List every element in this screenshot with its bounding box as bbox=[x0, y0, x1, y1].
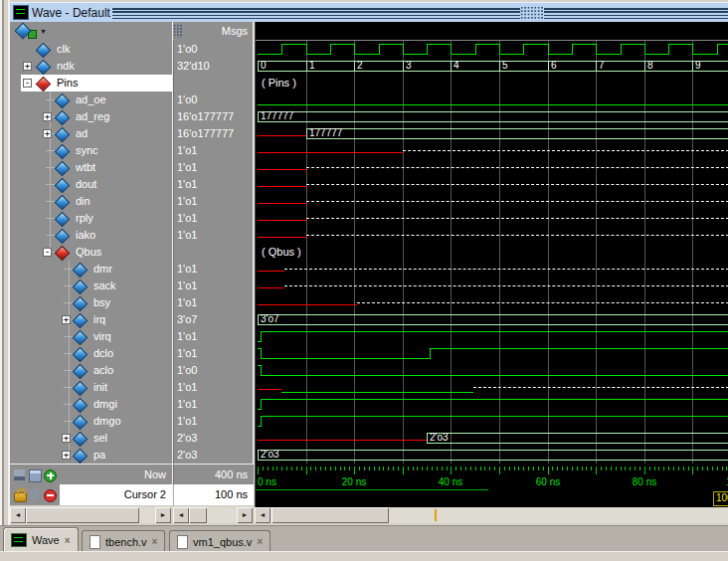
tree-expander-ad[interactable]: + bbox=[43, 129, 52, 138]
tree-expander-ad_reg[interactable]: + bbox=[43, 112, 52, 121]
wave-row-dmr[interactable] bbox=[256, 261, 728, 278]
chart-icon[interactable] bbox=[14, 469, 25, 480]
wave-row-virq[interactable] bbox=[256, 328, 728, 345]
wave-row-clk[interactable] bbox=[256, 41, 728, 58]
wave-row-dmgo[interactable] bbox=[256, 413, 728, 430]
tree-expander-Qbus[interactable]: - bbox=[43, 248, 52, 257]
wave-row-aclo[interactable] bbox=[256, 362, 728, 379]
tree-item-ad_oe[interactable]: ad_oe bbox=[10, 92, 172, 108]
tree-expander-pa[interactable]: + bbox=[62, 451, 71, 460]
add-icon[interactable] bbox=[44, 469, 57, 482]
tree-item-Pins[interactable]: -Pins bbox=[10, 75, 172, 92]
tree-item-init[interactable]: init bbox=[10, 379, 172, 396]
tree-item-sel[interactable]: +sel bbox=[10, 430, 172, 447]
scroll-right-button[interactable]: ► bbox=[237, 507, 253, 523]
wave-row-dmgi[interactable] bbox=[256, 396, 728, 413]
msgs-value-Qbus bbox=[177, 244, 253, 261]
close-icon[interactable]: × bbox=[65, 535, 71, 546]
tree-item-aclo[interactable]: aclo bbox=[10, 362, 172, 379]
msgs-value-dmgi: 1'o1 bbox=[177, 396, 253, 413]
tree-item-clk[interactable]: clk bbox=[10, 41, 172, 58]
wave-row-din[interactable] bbox=[256, 193, 728, 210]
cursor-label: Cursor 2 bbox=[124, 488, 166, 500]
wave-row-ndk[interactable]: 0123456789 bbox=[256, 58, 728, 75]
tree-item-sack[interactable]: sack bbox=[10, 278, 172, 294]
tab-tbench[interactable]: tbench.v × bbox=[82, 530, 165, 552]
cursor2-time-box[interactable]: 100 ns bbox=[713, 491, 728, 506]
wave-row-rply[interactable] bbox=[256, 210, 728, 227]
tree-item-irq[interactable]: +irq bbox=[10, 311, 172, 328]
tree-item-dmr[interactable]: dmr bbox=[10, 261, 172, 278]
tree-item-rply[interactable]: rply bbox=[10, 210, 172, 227]
names-hscrollbar[interactable]: ◄ ► bbox=[10, 507, 171, 523]
wave-row-wtbt[interactable] bbox=[256, 159, 728, 176]
wave-row-irq[interactable]: 3'o7 bbox=[256, 311, 728, 328]
tree-item-dout[interactable]: dout bbox=[10, 176, 172, 193]
tree-item-Qbus[interactable]: -Qbus bbox=[10, 244, 172, 261]
signal-tree[interactable]: clk+ndk-Pinsad_oe+ad_reg+adsyncwtbtdoutd… bbox=[10, 41, 172, 464]
wave-bus-rail bbox=[451, 71, 499, 72]
tree-item-din[interactable]: din bbox=[10, 193, 172, 210]
signal-filter-dropdown[interactable]: ▼ bbox=[14, 23, 48, 39]
tree-item-dmgo[interactable]: dmgo bbox=[10, 413, 172, 430]
scroll-left-button[interactable]: ◄ bbox=[255, 507, 271, 523]
wave-row-pa[interactable]: 2'o3 bbox=[256, 447, 728, 464]
title-bar[interactable]: Wave - Default bbox=[10, 2, 728, 22]
wave-row-sack[interactable] bbox=[256, 278, 728, 294]
tree-expander-ndk[interactable]: + bbox=[23, 62, 32, 71]
msgs-hscrollbar[interactable]: ◄ ► bbox=[173, 507, 253, 523]
tree-item-dclo[interactable]: dclo bbox=[10, 345, 172, 362]
tree-expander-Pins[interactable]: - bbox=[23, 79, 32, 88]
wave-row-dout[interactable] bbox=[256, 176, 728, 193]
tree-item-ad[interactable]: +ad bbox=[10, 125, 172, 142]
tab-vm1-qbus[interactable]: vm1_qbus.v × bbox=[169, 530, 271, 552]
scroll-thumb[interactable] bbox=[272, 507, 389, 523]
tree-item-pa[interactable]: +pa bbox=[10, 447, 172, 464]
wave-row-Pins[interactable]: ( Pins ) bbox=[256, 75, 728, 92]
title-drag-grip-icon[interactable] bbox=[520, 6, 544, 20]
scroll-left-button[interactable]: ◄ bbox=[173, 507, 189, 523]
tree-item-sync[interactable]: sync bbox=[10, 142, 172, 159]
tree-item-ndk[interactable]: +ndk bbox=[10, 58, 172, 75]
lock-icon[interactable] bbox=[14, 492, 27, 502]
scroll-thumb[interactable] bbox=[26, 507, 139, 523]
wave-row-bsy[interactable] bbox=[256, 294, 728, 311]
scroll-right-button[interactable]: ► bbox=[155, 507, 171, 523]
window-icon[interactable] bbox=[29, 469, 42, 482]
column-splitter-grip-icon[interactable] bbox=[173, 24, 182, 38]
waveform-pane[interactable]: 0123456789( Pins )177777177777( Qbus )3'… bbox=[255, 22, 728, 464]
tree-item-bsy[interactable]: bsy bbox=[10, 294, 172, 311]
remove-icon[interactable] bbox=[44, 489, 57, 502]
ruler-tick bbox=[596, 467, 597, 474]
wave-row-ad_oe[interactable] bbox=[256, 92, 728, 108]
close-icon[interactable]: × bbox=[152, 536, 158, 547]
scroll-left-button[interactable]: ◄ bbox=[10, 507, 26, 523]
tree-expander-sel[interactable]: + bbox=[62, 434, 71, 443]
wave-hscrollbar[interactable]: ◄ bbox=[255, 507, 728, 523]
scroll-thumb[interactable] bbox=[189, 507, 207, 523]
timeline-ruler[interactable]: 0 ns20 ns40 ns60 ns80 ns100 ns 100 ns bbox=[255, 464, 728, 507]
wave-row-iako[interactable] bbox=[256, 227, 728, 244]
wrench-icon[interactable] bbox=[30, 489, 41, 500]
wave-row-dclo[interactable] bbox=[256, 345, 728, 362]
tree-item-wtbt[interactable]: wtbt bbox=[10, 159, 172, 176]
tree-item-iako[interactable]: iako bbox=[10, 227, 172, 244]
wave-row-sync[interactable] bbox=[256, 142, 728, 159]
wave-z-segment bbox=[306, 184, 728, 185]
tree-item-dmgi[interactable]: dmgi bbox=[10, 396, 172, 413]
msgs-wave-splitter[interactable] bbox=[253, 22, 254, 505]
tree-expander-irq[interactable]: + bbox=[62, 315, 71, 324]
close-icon[interactable]: × bbox=[257, 536, 263, 547]
tree-item-ad_reg[interactable]: +ad_reg bbox=[10, 108, 172, 125]
tree-item-virq[interactable]: virq bbox=[10, 328, 172, 345]
wave-x-segment bbox=[258, 203, 306, 204]
wave-row-init[interactable] bbox=[256, 379, 728, 396]
wave-row-ad_reg[interactable]: 177777 bbox=[256, 108, 728, 125]
names-msgs-splitter[interactable] bbox=[172, 22, 173, 505]
tab-wave[interactable]: Wave × bbox=[3, 527, 79, 552]
wave-row-Qbus[interactable]: ( Qbus ) bbox=[256, 244, 728, 261]
ruler-tick bbox=[335, 467, 336, 470]
wave-row-sel[interactable]: 2'o3 bbox=[256, 430, 728, 447]
cursor-row-names[interactable]: Cursor 2 bbox=[10, 484, 172, 505]
wave-row-ad[interactable]: 177777 bbox=[256, 125, 728, 142]
